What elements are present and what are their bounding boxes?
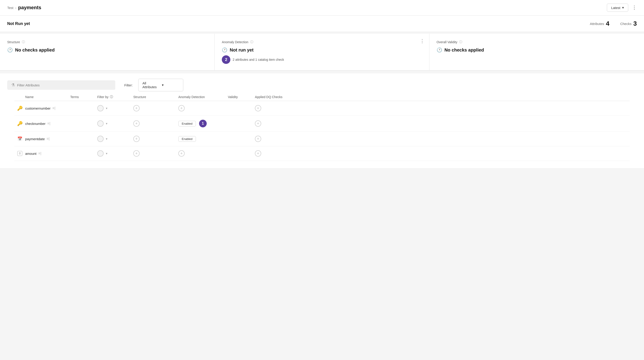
checks-label: Checks xyxy=(620,22,632,26)
list-icon[interactable]: ≡| xyxy=(47,121,50,126)
chevron-2[interactable]: ▾ xyxy=(106,137,108,141)
anomaly-badge: 2 xyxy=(222,55,230,64)
key-icon: 🔑 xyxy=(17,105,23,111)
structure-add-0[interactable]: + xyxy=(133,105,140,111)
attributes-label: Attributes xyxy=(590,22,604,26)
latest-button[interactable]: Latest ▾ xyxy=(607,3,628,12)
badge-number-1: 1 xyxy=(199,120,207,127)
field-name-paymentdate: paymentdate ≡| xyxy=(25,137,70,141)
clock-icon: 🕐 xyxy=(7,47,13,53)
chevron-down-icon: ▾ xyxy=(622,6,624,10)
anomaly-info-icon[interactable]: ⓘ xyxy=(250,40,253,44)
table-header: Name Terms Filter by ⓘ Structure Anomaly… xyxy=(14,91,630,101)
filter-option: All Attributes xyxy=(142,81,160,89)
cards-section: Structure ⓘ 🕐 No checks applied ⋮ Anomal… xyxy=(0,34,644,71)
applied-add-3[interactable]: + xyxy=(255,150,261,157)
field-name-amount: amount ≡| xyxy=(25,151,70,155)
anomaly-clock-icon: 🕐 xyxy=(222,47,228,53)
applied-cell-1[interactable]: + xyxy=(255,120,300,127)
enabled-badge-1[interactable]: Enabled xyxy=(178,121,196,126)
list-icon[interactable]: ≡| xyxy=(52,106,56,110)
structure-cell-1[interactable]: + xyxy=(133,120,178,127)
enabled-badge-2[interactable]: Enabled xyxy=(178,136,196,142)
structure-info-icon[interactable]: ⓘ xyxy=(22,40,25,44)
anomaly-cell-0[interactable]: + xyxy=(178,105,228,111)
checks-stat: Checks 3 xyxy=(620,20,637,27)
filterby-info-icon[interactable]: ⓘ xyxy=(110,95,113,99)
validity-info-icon[interactable]: ⓘ xyxy=(459,40,462,44)
filter-label: Filter: xyxy=(124,83,133,87)
breadcrumb: Test › payments xyxy=(7,5,41,10)
filter-icon: ⚗ xyxy=(11,83,15,87)
table-row: 0 amount ≡| ▾ + + + xyxy=(14,146,630,161)
list-icon[interactable]: ≡| xyxy=(46,137,50,141)
anomaly-status: 🕐 Not run yet xyxy=(222,47,422,53)
toggle-1[interactable] xyxy=(97,120,104,127)
anomaly-more-button[interactable]: ⋮ xyxy=(420,38,425,44)
structure-status: 🕐 No checks applied xyxy=(7,47,207,53)
anomaly-sub: 2 2 attributes and 1 catalog item check xyxy=(222,55,422,64)
col-applied: Applied DQ Checks xyxy=(255,95,300,99)
stats-bar: Not Run yet Attributes 4 Checks 3 xyxy=(0,15,644,32)
filterby-cell-0: ▾ xyxy=(97,105,133,111)
more-icon[interactable]: ⋮ xyxy=(632,5,637,10)
anomaly-cell-3[interactable]: + xyxy=(178,150,228,157)
applied-add-2[interactable]: + xyxy=(255,136,261,142)
structure-card: Structure ⓘ 🕐 No checks applied xyxy=(0,34,214,70)
col-name: Name xyxy=(25,95,70,99)
row-icon-paymentdate: 📅 xyxy=(14,136,25,141)
anomaly-cell-2: Enabled xyxy=(178,136,228,142)
field-name-checknumber: checknumber ≡| xyxy=(25,121,70,126)
stats-right: Attributes 4 Checks 3 xyxy=(590,20,637,27)
toggle-3[interactable] xyxy=(97,150,104,157)
validity-status: 🕐 No checks applied xyxy=(436,47,637,53)
anomaly-add-0[interactable]: + xyxy=(178,105,185,111)
applied-cell-0[interactable]: + xyxy=(255,105,300,111)
toggle-2[interactable] xyxy=(97,136,104,142)
filter-input-wrap[interactable]: ⚗ xyxy=(7,80,115,90)
col-anomaly: Anomaly Detection xyxy=(178,95,228,99)
page-title: payments xyxy=(18,5,42,10)
number-icon: 0 xyxy=(17,151,22,156)
checks-count: 3 xyxy=(633,20,637,27)
col-terms: Terms xyxy=(70,95,97,99)
structure-cell-0[interactable]: + xyxy=(133,105,178,111)
validity-card: Overall Validity ⓘ 🕐 No checks applied xyxy=(430,34,644,70)
chevron-3[interactable]: ▾ xyxy=(106,152,108,155)
run-status: Not Run yet xyxy=(7,21,30,26)
filter-dropdown[interactable]: All Attributes ▾ xyxy=(138,79,183,91)
structure-cell-2[interactable]: + xyxy=(133,136,178,142)
structure-card-title: Structure ⓘ xyxy=(7,40,207,44)
applied-add-1[interactable]: + xyxy=(255,120,261,127)
applied-add-0[interactable]: + xyxy=(255,105,261,111)
structure-add-3[interactable]: + xyxy=(133,150,140,157)
validity-status-text: No checks applied xyxy=(444,47,484,53)
anomaly-status-text: Not run yet xyxy=(230,47,254,53)
applied-cell-3[interactable]: + xyxy=(255,150,300,157)
structure-cell-3[interactable]: + xyxy=(133,150,178,157)
validity-card-title: Overall Validity ⓘ xyxy=(436,40,637,44)
filterby-cell-1: ▾ xyxy=(97,120,133,127)
col-validity: Validity xyxy=(228,95,255,99)
filter-attributes-input[interactable] xyxy=(17,83,111,87)
filterby-cell-2: ▾ xyxy=(97,136,133,142)
structure-add-1[interactable]: + xyxy=(133,120,140,127)
col-icon xyxy=(14,95,25,99)
structure-add-2[interactable]: + xyxy=(133,136,140,142)
table-row: 📅 paymentdate ≡| ▾ + Enabled + xyxy=(14,132,630,146)
chevron-1[interactable]: ▾ xyxy=(106,122,108,125)
list-icon[interactable]: ≡| xyxy=(38,151,42,155)
applied-cell-2[interactable]: + xyxy=(255,136,300,142)
breadcrumb-parent[interactable]: Test xyxy=(7,6,14,10)
anomaly-add-3[interactable]: + xyxy=(178,150,185,157)
anomaly-cell-1: Enabled 1 xyxy=(178,120,228,127)
anomaly-card-title: Anomaly Detection ⓘ xyxy=(222,40,422,44)
row-icon-customernumber: 🔑 xyxy=(14,105,25,111)
table-row: 🔑 checknumber ≡| ▾ + Enabled 1 + xyxy=(14,116,630,132)
filter-chevron-icon: ▾ xyxy=(162,83,179,87)
structure-status-text: No checks applied xyxy=(15,47,55,53)
toggle-0[interactable] xyxy=(97,105,104,111)
col-filterby: Filter by ⓘ xyxy=(97,95,133,99)
structure-label: Structure xyxy=(7,40,20,44)
chevron-0[interactable]: ▾ xyxy=(106,106,108,110)
